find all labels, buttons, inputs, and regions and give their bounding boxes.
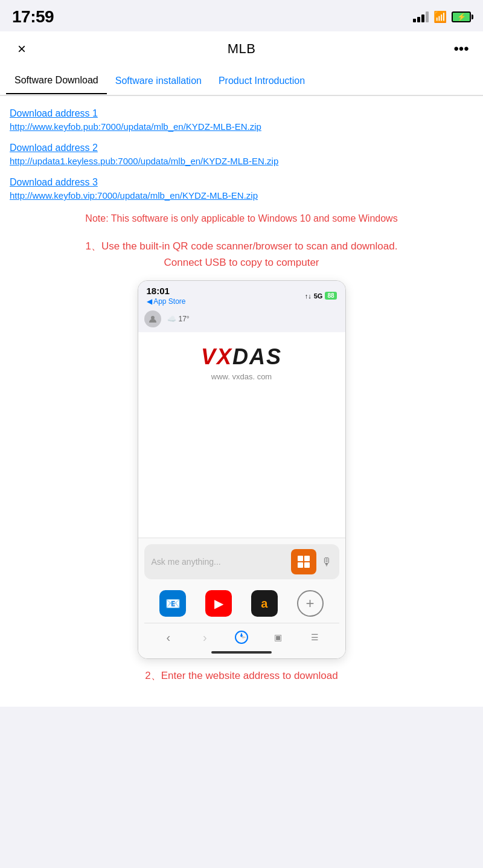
menu-nav-button[interactable]: ☰ <box>302 628 327 646</box>
status-time: 17:59 <box>12 7 54 27</box>
content-area: Download address 1 http://www.keyfob.pub… <box>0 96 483 707</box>
instruction-1-line2: Connect USB to copy to computer <box>164 257 319 268</box>
download-label-3[interactable]: Download address 3 <box>10 177 473 188</box>
more-button[interactable]: ••• <box>450 38 472 60</box>
home-bar <box>211 651 272 654</box>
status-icons: 📶 ⚡ <box>413 10 471 24</box>
browser-chrome: × MLB ••• Software Download Software ins… <box>0 31 483 96</box>
close-button[interactable]: × <box>11 38 33 60</box>
vxdas-url: www. vxdas. com <box>211 372 272 381</box>
app-add-button[interactable]: + <box>297 590 324 617</box>
v-letter: V <box>201 344 217 369</box>
wifi-icon: 📶 <box>433 10 447 24</box>
vxdas-logo: VXDAS <box>201 344 282 370</box>
download-label-1[interactable]: Download address 1 <box>10 108 473 119</box>
page-title: MLB <box>228 41 256 57</box>
tab-software-installation[interactable]: Software installation <box>107 68 210 94</box>
back-nav-button[interactable]: ‹ <box>156 628 181 646</box>
inner-weather: ☁️ 17° <box>167 315 190 323</box>
tab-bar: Software Download Software installation … <box>0 66 483 95</box>
download-url-2[interactable]: http://updata1.keyless.pub:7000/updata/m… <box>10 156 473 166</box>
tab-product-introduction[interactable]: Product Introduction <box>210 68 313 94</box>
signal-bars-icon <box>413 11 429 22</box>
instruction-1-line1: 1、Use the built-in QR code scanner/brows… <box>86 240 398 252</box>
safari-nav-button[interactable] <box>229 628 254 646</box>
app-amazon-icon[interactable]: a <box>251 590 278 617</box>
inner-header-icons: ☁️ 17° <box>144 310 190 327</box>
battery-bolt: ⚡ <box>457 13 466 21</box>
inner-bottom-nav: ‹ › ▣ ☰ <box>144 623 339 649</box>
inner-time: 18:01 <box>147 286 186 296</box>
inner-status-right: ↑↓ 5G 88 <box>305 292 337 300</box>
inner-battery-level: 88 <box>325 292 336 300</box>
home-indicator <box>144 649 339 658</box>
qr-scan-button[interactable] <box>291 549 316 574</box>
download-label-2[interactable]: Download address 2 <box>10 143 473 153</box>
inner-browser-header: ☁️ 17° <box>138 308 345 332</box>
inner-search-bar[interactable]: Ask me anything... 🎙 <box>144 544 339 579</box>
tabs-nav-button[interactable]: ▣ <box>266 628 290 646</box>
download-group-2: Download address 2 http://updata1.keyles… <box>10 143 473 166</box>
inner-status-bar: 18:01 ◀ App Store ↑↓ 5G 88 <box>138 281 345 308</box>
vxdas-logo-area: VXDAS www. vxdas. com <box>138 332 345 538</box>
inner-search-placeholder: Ask me anything... <box>152 557 286 567</box>
browser-nav: × MLB ••• <box>0 31 483 66</box>
inner-temp: 17° <box>179 315 190 323</box>
download-url-3[interactable]: http://www.keyfob.vip:7000/updata/mlb_en… <box>10 190 473 201</box>
inner-avatar-icon <box>144 310 161 327</box>
download-url-1[interactable]: http://www.keyfob.pub:7000/updata/mlb_en… <box>10 121 473 132</box>
app-youtube-icon[interactable]: ▶ <box>205 590 232 617</box>
x-letter: X <box>217 344 232 369</box>
tab-software-download[interactable]: Software Download <box>6 68 107 94</box>
das-text: DAS <box>232 344 282 369</box>
qr-icon <box>298 556 310 568</box>
instruction-2: 2、Enter the website address to download <box>10 669 473 695</box>
forward-nav-button[interactable]: › <box>193 628 217 646</box>
battery-icon: ⚡ <box>452 11 471 22</box>
cloud-icon: ☁️ <box>167 315 176 323</box>
app-outlook-icon[interactable]: 📧 <box>159 590 186 617</box>
inner-browser-bottom: Ask me anything... 🎙 📧 ▶ <box>138 538 345 658</box>
note-text: Note: This software is only applicable t… <box>10 211 473 226</box>
status-bar: 17:59 📶 ⚡ <box>0 0 483 31</box>
bottom-apps-row: 📧 ▶ a + <box>144 585 339 623</box>
inner-back[interactable]: ◀ App Store <box>147 297 186 306</box>
instruction-1: 1、Use the built-in QR code scanner/brows… <box>10 238 473 271</box>
mic-icon[interactable]: 🎙 <box>321 556 332 568</box>
inner-network-type: 5G <box>314 292 323 300</box>
download-group-3: Download address 3 http://www.keyfob.vip… <box>10 177 473 201</box>
amazon-letter: a <box>261 597 267 611</box>
download-group-1: Download address 1 http://www.keyfob.pub… <box>10 108 473 132</box>
inner-signal-icon: ↑↓ <box>305 292 312 300</box>
phone-screenshot: 18:01 ◀ App Store ↑↓ 5G 88 ☁️ 17° <box>138 280 346 659</box>
